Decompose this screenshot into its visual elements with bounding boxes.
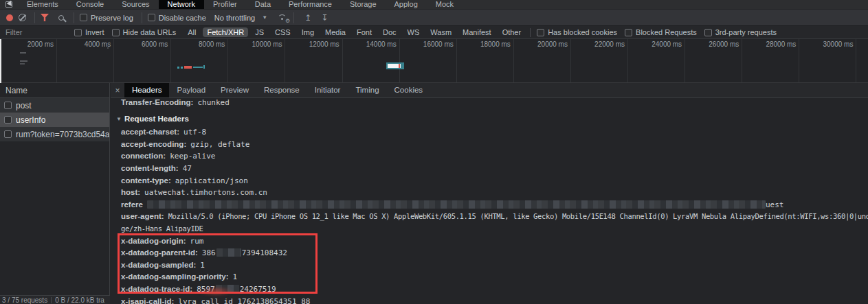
- filter-bar: Invert Hide data URLs All Fetch/XHR JS C…: [0, 26, 868, 39]
- name-column-header[interactable]: Name: [0, 83, 109, 98]
- disable-cache-label: Disable cache: [159, 14, 206, 22]
- network-conditions-icon[interactable]: ⚙: [277, 14, 288, 22]
- triangle-down-icon: ▼: [116, 113, 122, 126]
- request-headers-section[interactable]: ▼Request Headers: [111, 113, 868, 126]
- tab-profiler[interactable]: Profiler: [204, 0, 246, 9]
- header-name: x-jsapi-call-id:: [121, 297, 174, 304]
- request-row-post[interactable]: post: [0, 98, 109, 113]
- type-filter-font[interactable]: Font: [353, 27, 376, 37]
- has-blocked-cookies-option[interactable]: Has blocked cookies: [537, 28, 617, 36]
- type-filter-fetch-xhr[interactable]: Fetch/XHR: [203, 27, 248, 37]
- header-name: refere: [121, 200, 143, 209]
- tab-applog[interactable]: Applog: [386, 0, 427, 9]
- header-row: connection:keep-alive: [111, 149, 868, 161]
- request-row-userinfo[interactable]: userInfo: [0, 113, 109, 127]
- inspect-element-button[interactable]: [0, 0, 18, 9]
- type-filter-manifest[interactable]: Manifest: [458, 27, 496, 37]
- hide-data-urls-option[interactable]: Hide data URLs: [112, 28, 177, 36]
- redacted-blur: [147, 200, 766, 209]
- tab-console[interactable]: Console: [67, 0, 113, 9]
- type-filter-img[interactable]: Img: [298, 27, 318, 37]
- header-row: Transfer-Encoding:chunked: [111, 98, 868, 108]
- type-filter-media[interactable]: Media: [321, 27, 350, 37]
- close-icon[interactable]: ×: [111, 83, 124, 97]
- timeline-tick: 28000 ms: [742, 39, 799, 82]
- blocked-requests-option[interactable]: Blocked Requests: [625, 28, 697, 36]
- search-icon[interactable]: [58, 15, 64, 21]
- hide-data-urls-label: Hide data URLs: [123, 28, 177, 36]
- tab-performance[interactable]: Performance: [280, 0, 341, 9]
- timeline-tick: 8000 ms: [171, 39, 228, 82]
- detail-tab-preview[interactable]: Preview: [213, 83, 256, 97]
- preserve-log-checkbox[interactable]: [80, 14, 87, 21]
- detail-tab-cookies[interactable]: Cookies: [387, 83, 431, 97]
- import-har-icon[interactable]: ↥: [304, 14, 311, 22]
- disable-cache-checkbox[interactable]: [148, 14, 155, 21]
- preserve-log-label: Preserve log: [91, 14, 133, 22]
- header-value: keep-alive: [170, 152, 215, 161]
- waterfall-bar-red: [184, 66, 192, 69]
- tab-data[interactable]: Data: [246, 0, 280, 9]
- filter-input[interactable]: [5, 28, 74, 36]
- throttling-select[interactable]: No throttling ▼: [214, 14, 267, 22]
- request-checkbox[interactable]: [4, 116, 12, 124]
- filter-divider: [530, 28, 531, 37]
- header-value: gzip, deflate: [190, 140, 249, 149]
- status-divider: [51, 297, 52, 303]
- has-blocked-cookies-checkbox[interactable]: [537, 29, 544, 36]
- red-smudge: [199, 287, 233, 296]
- wifi-dot: [281, 18, 283, 20]
- detail-tab-headers[interactable]: Headers: [124, 83, 169, 97]
- header-value: uest: [766, 200, 784, 209]
- clear-icon[interactable]: [19, 14, 26, 21]
- header-value: uatwechat.timhortons.com.cn: [144, 188, 267, 197]
- detail-tab-payload[interactable]: Payload: [169, 83, 213, 97]
- tab-sources[interactable]: Sources: [113, 0, 158, 9]
- detail-tab-timing[interactable]: Timing: [348, 83, 386, 97]
- tab-mock[interactable]: Mock: [427, 0, 463, 9]
- header-row: accept-encoding:gzip, deflate: [111, 137, 868, 150]
- request-label: rum?token=7073b3cd54a04…: [16, 130, 109, 139]
- has-blocked-cookies-label: Has blocked cookies: [548, 28, 617, 36]
- tab-network[interactable]: Network: [159, 0, 204, 9]
- overview-selection-handle[interactable]: [0, 39, 1, 83]
- invert-option[interactable]: Invert: [74, 28, 104, 36]
- type-filter-ws[interactable]: WS: [403, 27, 424, 37]
- type-filter-js[interactable]: JS: [251, 27, 268, 37]
- header-row-user-agent: user-agent:Mozilla/5.0 (iPhone; CPU iPho…: [111, 209, 868, 233]
- header-name: user-agent:: [121, 212, 164, 220]
- type-filter-all[interactable]: All: [183, 27, 200, 37]
- timeline-tick: 2000 ms: [0, 39, 57, 82]
- blocked-requests-checkbox[interactable]: [625, 29, 632, 36]
- request-checkbox[interactable]: [4, 102, 12, 109]
- detail-tab-response[interactable]: Response: [256, 83, 307, 97]
- export-har-icon[interactable]: ↧: [321, 14, 328, 22]
- header-name: connection:: [121, 152, 166, 160]
- record-icon[interactable]: [6, 14, 13, 21]
- detail-tabstrip: × Headers Payload Preview Response Initi…: [111, 83, 868, 98]
- inspect-icon: [5, 1, 12, 8]
- request-label: userInfo: [16, 115, 45, 125]
- waterfall-bar-dashes: [181, 67, 183, 69]
- network-overview-timeline[interactable]: 2000 ms 4000 ms 6000 ms 8000 ms 10000 ms…: [0, 39, 868, 83]
- third-party-requests-checkbox[interactable]: [704, 29, 712, 36]
- status-bar: 3 / 75 requests 0 B / 22.0 kB tra: [0, 295, 110, 304]
- transferred-size: 0 B / 22.0 kB tra: [55, 296, 104, 304]
- request-row-rum[interactable]: rum?token=7073b3cd54a04…: [0, 127, 109, 141]
- third-party-requests-option[interactable]: 3rd-party requests: [704, 28, 777, 36]
- invert-checkbox[interactable]: [74, 29, 82, 36]
- type-filter-other[interactable]: Other: [498, 27, 526, 37]
- type-filter-wasm[interactable]: Wasm: [426, 27, 456, 37]
- tab-storage[interactable]: Storage: [341, 0, 386, 9]
- request-checkbox[interactable]: [4, 130, 12, 138]
- waterfall-bar-teal: [193, 67, 203, 68]
- type-filter-doc[interactable]: Doc: [379, 27, 401, 37]
- detail-tab-initiator[interactable]: Initiator: [307, 83, 348, 97]
- header-value: Mozilla/5.0 (iPhone; CPU iPhone OS 12_1 …: [168, 212, 868, 220]
- header-row: content-type:application/json: [111, 174, 868, 186]
- hide-data-urls-checkbox[interactable]: [112, 29, 120, 36]
- type-filter-css[interactable]: CSS: [271, 27, 295, 37]
- filter-icon[interactable]: [41, 14, 49, 21]
- tab-elements[interactable]: Elements: [18, 0, 67, 9]
- timeline-tick: 20000 ms: [514, 39, 571, 82]
